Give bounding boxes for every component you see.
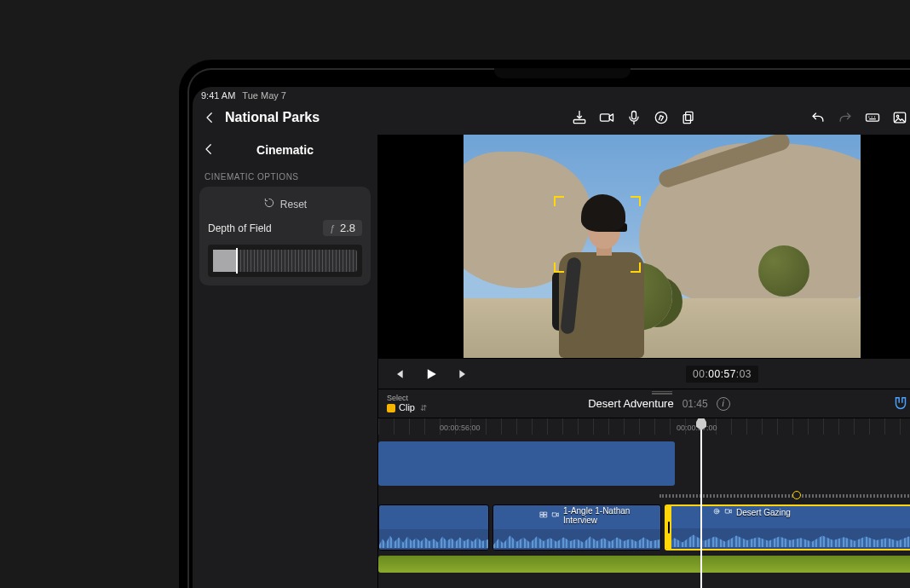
svg-rect-2 <box>632 112 636 119</box>
notch <box>494 68 631 78</box>
clip-label: Desert Gazing <box>712 507 791 517</box>
project-info-button[interactable]: i <box>717 397 730 411</box>
status-date: Tue May 7 <box>242 90 286 101</box>
snapping-button[interactable] <box>891 395 910 413</box>
viewer-frame <box>464 135 861 358</box>
import-media-button[interactable] <box>566 104 593 131</box>
inspector-panel: Cinematic CINEMATIC OPTIONS Reset Depth … <box>193 135 378 588</box>
svg-rect-5 <box>683 115 690 124</box>
svg-point-3 <box>655 112 666 123</box>
select-mode-picker[interactable]: Clip ⇵ <box>387 402 427 413</box>
svg-rect-14 <box>540 515 543 517</box>
timeline-ruler[interactable]: 00:00:56:0000:00:57:00 <box>378 418 910 435</box>
cinematic-icon <box>712 507 721 517</box>
focus-bracket <box>554 196 564 206</box>
chevron-updown-icon: ⇵ <box>420 403 427 413</box>
dof-value: 2.8 <box>340 222 355 234</box>
svg-rect-16 <box>552 513 556 516</box>
svg-rect-19 <box>725 510 729 513</box>
timeline-clip[interactable]: 1-Angle 1-Nathan Interview <box>492 504 661 551</box>
keyboard-button[interactable] <box>859 104 886 131</box>
prev-frame-button[interactable] <box>387 362 411 386</box>
ruler-label: 00:00:56:00 <box>440 424 481 432</box>
timeline-tracks[interactable]: 1-Angle 1-Nathan Interview Desert Gazing <box>378 435 910 588</box>
video-icon <box>724 507 733 517</box>
focus-bracket <box>631 196 641 206</box>
svg-rect-4 <box>686 112 693 120</box>
timeline-project-duration: 01:45 <box>682 398 708 410</box>
content-library-button[interactable] <box>886 104 910 131</box>
timeline-header: Select Clip ⇵ Desert Adventure 01:45 i <box>378 389 910 418</box>
svg-rect-12 <box>540 512 543 515</box>
video-icon <box>551 510 560 521</box>
back-button[interactable] <box>198 106 222 130</box>
reset-button[interactable]: Reset <box>208 195 362 220</box>
live-drawing-button[interactable] <box>648 104 675 131</box>
focus-bracket <box>631 262 641 273</box>
status-bar: 9:41 AM Tue May 7 <box>193 87 910 101</box>
svg-rect-15 <box>544 515 546 517</box>
dof-value-field[interactable]: ƒ 2.8 <box>323 220 362 236</box>
app-header: National Parks <box>193 101 910 135</box>
play-button[interactable] <box>419 362 443 386</box>
cinematic-options-card: Reset Depth of Field ƒ 2.8 <box>199 187 371 285</box>
voiceover-button[interactable] <box>620 104 648 131</box>
select-mode-label: Select <box>387 394 427 403</box>
section-label: CINEMATIC OPTIONS <box>193 165 377 187</box>
select-mode-value: Clip <box>399 402 415 413</box>
clip-label: 1-Angle 1-Nathan Interview <box>539 506 660 525</box>
reset-icon <box>263 197 275 211</box>
camera-button[interactable] <box>593 104 620 131</box>
svg-point-8 <box>896 115 899 118</box>
f-stop-icon: ƒ <box>330 223 335 233</box>
svg-rect-1 <box>601 114 610 121</box>
duplicate-button[interactable] <box>675 104 702 131</box>
app-screen: 9:41 AM Tue May 7 National Parks <box>193 87 910 588</box>
focus-bracket <box>554 262 564 273</box>
transport-bar: 00:00:57:03 <box>378 358 910 389</box>
range-marker[interactable] <box>792 491 801 499</box>
svg-rect-0 <box>573 120 585 124</box>
ipad-frame: 9:41 AM Tue May 7 National Parks <box>179 60 910 588</box>
project-title: National Parks <box>225 110 320 125</box>
svg-point-18 <box>716 510 718 513</box>
reset-label: Reset <box>280 199 307 210</box>
trim-handle-left[interactable] <box>666 506 671 549</box>
panel-title: Cinematic <box>256 143 314 157</box>
next-frame-button[interactable] <box>452 362 475 386</box>
svg-rect-6 <box>867 114 879 121</box>
viewer[interactable] <box>378 135 910 358</box>
connected-clip[interactable] <box>378 441 675 486</box>
playhead[interactable] <box>700 418 702 588</box>
status-time: 9:41 AM <box>201 90 235 101</box>
svg-point-17 <box>714 509 719 514</box>
range-indicator <box>659 494 910 498</box>
dof-label: Depth of Field <box>208 222 272 234</box>
undo-button[interactable] <box>804 104 832 131</box>
panel-back-button[interactable] <box>198 138 220 160</box>
redo-button <box>832 104 859 131</box>
timeline-clip[interactable] <box>378 504 489 551</box>
audio-track[interactable] <box>378 556 910 573</box>
resize-handle[interactable] <box>652 391 672 395</box>
timecode-display[interactable]: 00:00:57:03 <box>686 366 758 383</box>
timeline-project-name: Desert Adventure <box>588 397 673 410</box>
subject <box>549 194 651 358</box>
multicam-icon <box>539 510 548 521</box>
clip-swatch <box>387 404 395 412</box>
svg-rect-13 <box>544 512 546 515</box>
dof-slider[interactable] <box>213 250 357 272</box>
